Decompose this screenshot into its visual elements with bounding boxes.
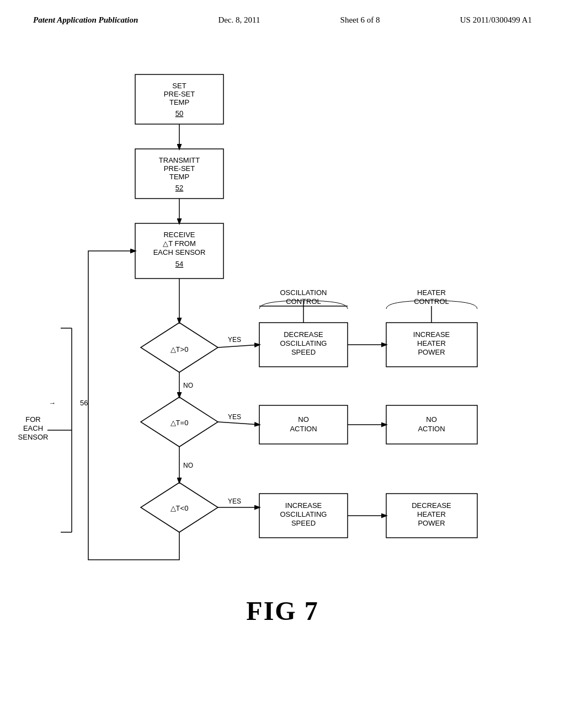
svg-text:HEATER: HEATER [417, 339, 446, 347]
svg-text:△T<0: △T<0 [170, 504, 189, 512]
flowchart-svg: SET PRE-SET TEMP 50 TRANSMITT PRE-SET TE… [0, 30, 565, 670]
patent-number-label: US 2011/0300499 A1 [460, 15, 532, 25]
svg-text:NO: NO [183, 382, 193, 389]
sheet-label: Sheet 6 of 8 [340, 15, 380, 25]
svg-text:RECEIVE: RECEIVE [163, 231, 195, 239]
svg-text:INCREASE: INCREASE [285, 501, 322, 510]
svg-text:52: 52 [175, 184, 183, 192]
svg-text:DECREASE: DECREASE [412, 501, 451, 510]
svg-text:OSCILLATION: OSCILLATION [280, 288, 327, 297]
svg-line-46 [218, 345, 259, 347]
page-header: Patent Application Publication Dec. 8, 2… [0, 0, 565, 30]
svg-text:△T FROM: △T FROM [163, 239, 196, 248]
svg-text:56: 56 [80, 399, 88, 407]
svg-text:YES: YES [228, 413, 241, 421]
svg-text:△T>0: △T>0 [170, 345, 189, 354]
svg-text:ACTION: ACTION [418, 425, 445, 433]
svg-text:→: → [49, 399, 56, 407]
diagram-area: SET PRE-SET TEMP 50 TRANSMITT PRE-SET TE… [0, 30, 565, 670]
figure-label: FIG 7 [246, 596, 318, 626]
publication-label: Patent Application Publication [33, 15, 138, 25]
svg-text:NO: NO [298, 415, 309, 424]
svg-text:CONTROL: CONTROL [286, 297, 321, 306]
svg-text:TEMP: TEMP [169, 173, 189, 181]
svg-text:PRE-SET: PRE-SET [164, 90, 195, 98]
svg-text:SENSOR: SENSOR [18, 433, 49, 441]
svg-text:HEATER: HEATER [417, 510, 446, 518]
svg-text:SET: SET [172, 82, 186, 90]
svg-text:PRE-SET: PRE-SET [164, 164, 195, 173]
svg-text:TEMP: TEMP [169, 98, 189, 106]
svg-text:OSCILLATING: OSCILLATING [280, 339, 327, 347]
svg-text:POWER: POWER [418, 348, 445, 356]
svg-text:ACTION: ACTION [290, 425, 317, 433]
svg-text:△T=0: △T=0 [170, 419, 189, 427]
svg-text:CONTROL: CONTROL [414, 297, 449, 306]
svg-text:HEATER: HEATER [417, 288, 446, 297]
svg-text:OSCILLATING: OSCILLATING [280, 510, 327, 518]
svg-text:FOR: FOR [25, 415, 40, 424]
svg-text:EACH: EACH [23, 424, 43, 432]
svg-text:NO: NO [426, 415, 437, 424]
svg-text:TRANSMITT: TRANSMITT [159, 156, 200, 164]
svg-text:NO: NO [183, 462, 193, 469]
svg-text:INCREASE: INCREASE [413, 330, 450, 339]
svg-text:SPEED: SPEED [291, 519, 316, 527]
svg-text:YES: YES [228, 497, 241, 505]
svg-text:54: 54 [175, 260, 183, 268]
svg-text:POWER: POWER [418, 519, 445, 527]
svg-text:YES: YES [228, 336, 241, 344]
svg-text:DECREASE: DECREASE [284, 330, 323, 339]
svg-text:50: 50 [175, 109, 183, 117]
svg-text:EACH SENSOR: EACH SENSOR [153, 248, 206, 256]
svg-text:SPEED: SPEED [291, 348, 316, 356]
date-label: Dec. 8, 2011 [218, 15, 260, 25]
svg-line-51 [218, 422, 259, 425]
